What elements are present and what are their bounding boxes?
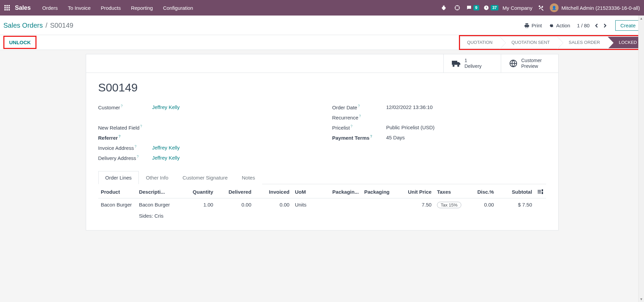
company-selector[interactable]: My Company (503, 5, 532, 11)
breadcrumb-current: S00149 (50, 22, 73, 29)
th-settings[interactable] (535, 186, 546, 198)
cell-packaging2 (361, 198, 396, 222)
cell-quantity: 1.00 (185, 198, 216, 222)
order-date-label: Order Date? (332, 104, 386, 110)
form-sheet: 1 Delivery Customer Preview S00149 C (86, 54, 559, 230)
menu-reporting[interactable]: Reporting (126, 2, 158, 14)
new-related-label: New Related Field? (98, 125, 152, 131)
customer-value[interactable]: Jeffrey Kelly (152, 104, 180, 110)
scrollbar[interactable]: ▲ ▼ (638, 16, 644, 230)
recurrence-label: Recurrence? (332, 114, 386, 120)
stage-quotation[interactable]: QUOTATION (460, 36, 500, 49)
stage-quotation-sent[interactable]: QUOTATION SENT (500, 36, 557, 49)
cell-packaging1 (316, 198, 361, 222)
tab-other-info[interactable]: Other Info (139, 171, 176, 184)
action-dropdown[interactable]: Action (549, 23, 570, 28)
pager: 1 / 80 (577, 21, 609, 30)
cell-disc: 0.00 (465, 198, 496, 222)
cell-description: Bacon Burger Sides: Cris (136, 198, 185, 222)
th-packaging1: Packagin... (316, 186, 361, 198)
th-invoiced: Invoiced (254, 186, 292, 198)
pricelist-value: Public Pricelist (USD) (386, 125, 435, 131)
delivery-address-label: Delivery Address? (98, 155, 152, 161)
print-label: Print (532, 23, 542, 28)
tab-notes[interactable]: Notes (235, 171, 262, 184)
pager-prev[interactable] (593, 21, 600, 30)
invoice-address-label: Invoice Address? (98, 145, 152, 151)
status-bar: UNLOCK QUOTATION QUOTATION SENT SALES OR… (0, 35, 644, 50)
menu-products[interactable]: Products (96, 2, 125, 14)
payment-terms-label: Payment Terms? (332, 135, 386, 141)
th-uom: UoM (292, 186, 316, 198)
user-menu[interactable]: 👤 Mitchell Admin (21523336-16-0-all) (550, 3, 640, 12)
delivery-label: Delivery (465, 63, 482, 69)
th-unit-price: Unit Price (396, 186, 434, 198)
print-button[interactable]: Print (524, 23, 542, 28)
stage-bar: QUOTATION QUOTATION SENT SALES ORDER LOC… (460, 36, 643, 49)
activities-count: 37 (491, 5, 498, 10)
cell-unit-price: 7.50 (396, 198, 434, 222)
tab-order-lines[interactable]: Order Lines (98, 171, 139, 184)
form-col-right: Order Date? 12/02/2022 13:36:10 Recurren… (332, 102, 546, 163)
th-description: Descripti... (136, 186, 185, 198)
th-delivered: Delivered (216, 186, 254, 198)
th-product: Product (98, 186, 136, 198)
avatar: 👤 (550, 3, 559, 12)
record-title: S00149 (98, 81, 546, 94)
cell-subtotal: $ 7.50 (497, 198, 535, 222)
stat-delivery[interactable]: 1 Delivery (443, 54, 501, 73)
top-navbar: Sales Orders To Invoice Products Reporti… (0, 0, 644, 16)
pricelist-label: Pricelist? (332, 125, 386, 131)
cell-uom: Units (292, 198, 316, 222)
create-button[interactable]: Create (615, 20, 641, 31)
preview-l1: Customer (521, 58, 542, 63)
action-bar: Sales Orders / S00149 Print Action 1 / 8… (0, 16, 644, 35)
top-menu: Orders To Invoice Products Reporting Con… (37, 2, 198, 14)
topbar-right: 9 37 My Company 👤 Mitchell Admin (215233… (439, 3, 643, 12)
delivery-address-value[interactable]: Jeffrey Kelly (152, 155, 180, 161)
cell-delivered: 0.00 (216, 198, 254, 222)
breadcrumb-sep: / (46, 22, 48, 29)
menu-orders[interactable]: Orders (37, 2, 62, 14)
breadcrumb: Sales Orders / S00149 (3, 22, 73, 29)
messages-count: 9 (473, 5, 479, 10)
breadcrumb-link[interactable]: Sales Orders (3, 22, 43, 29)
tools-icon[interactable] (536, 5, 546, 11)
menu-to-invoice[interactable]: To Invoice (63, 2, 96, 14)
apps-icon[interactable] (1, 2, 13, 13)
stat-preview[interactable]: Customer Preview (501, 54, 558, 73)
preview-l2: Preview (521, 63, 542, 69)
cell-taxes: Tax 15% (434, 198, 465, 222)
stat-buttons: 1 Delivery Customer Preview (86, 54, 558, 73)
scroll-up-icon[interactable]: ▲ (639, 16, 644, 21)
cell-invoiced: 0.00 (254, 198, 292, 222)
th-disc: Disc.% (465, 186, 496, 198)
stage-sales-order[interactable]: SALES ORDER (557, 36, 607, 49)
pager-text: 1 / 80 (577, 23, 590, 28)
truck-icon (452, 60, 461, 67)
bug-icon[interactable] (439, 5, 448, 11)
form-col-left: Customer? Jeffrey Kelly New Related Fiel… (98, 102, 312, 163)
globe-icon (509, 59, 517, 67)
pager-next[interactable] (601, 21, 609, 30)
th-taxes: Taxes (434, 186, 465, 198)
order-lines-table: Product Descripti... Quantity Delivered … (98, 186, 546, 222)
th-subtotal: Subtotal (497, 186, 535, 198)
payment-terms-value: 45 Days (386, 135, 405, 141)
customer-label: Customer? (98, 104, 152, 110)
delivery-count: 1 (465, 58, 482, 63)
order-date-value: 12/02/2022 13:36:10 (386, 104, 433, 110)
tab-customer-signature[interactable]: Customer Signature (176, 171, 235, 184)
table-row[interactable]: Bacon Burger Bacon Burger Sides: Cris 1.… (98, 198, 546, 222)
menu-configuration[interactable]: Configuration (158, 2, 198, 14)
unlock-button[interactable]: UNLOCK (4, 37, 35, 48)
messages-indicator[interactable]: 9 (466, 5, 479, 11)
app-brand[interactable]: Sales (15, 4, 31, 11)
th-quantity: Quantity (185, 186, 216, 198)
activities-indicator[interactable]: 37 (483, 5, 498, 11)
tax-chip: Tax 15% (437, 202, 461, 208)
action-label: Action (556, 23, 570, 28)
support-icon[interactable] (453, 5, 462, 11)
cell-product: Bacon Burger (98, 198, 136, 222)
invoice-address-value[interactable]: Jeffrey Kelly (152, 145, 180, 151)
